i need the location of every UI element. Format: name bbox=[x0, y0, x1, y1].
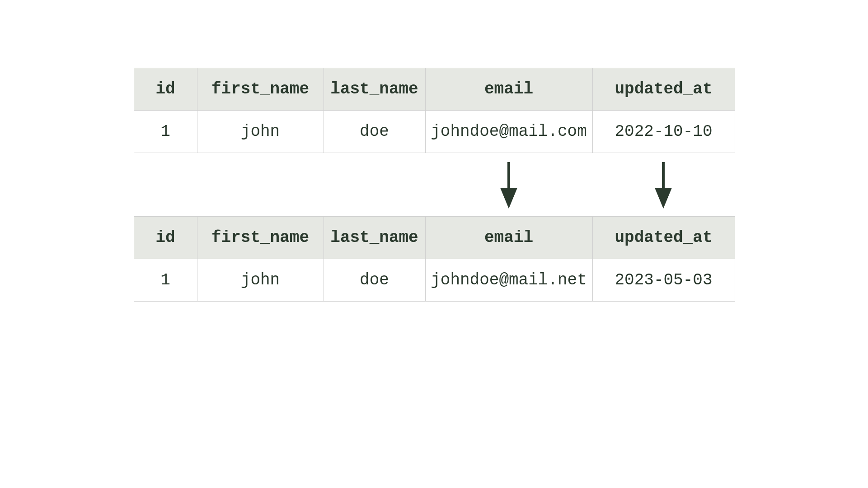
cell-updated-at: 2023-05-03 bbox=[592, 259, 735, 302]
svg-marker-1 bbox=[500, 188, 517, 209]
cell-first-name: john bbox=[197, 259, 324, 302]
col-header-last-name: last_name bbox=[324, 68, 425, 111]
cell-email: johndoe@mail.net bbox=[425, 259, 592, 302]
arrow-down-icon bbox=[497, 160, 520, 209]
col-header-updated-at: updated_at bbox=[592, 68, 735, 111]
svg-marker-3 bbox=[655, 188, 672, 209]
arrow-down-icon bbox=[652, 160, 675, 209]
cell-last-name: doe bbox=[324, 259, 425, 302]
col-header-first-name: first_name bbox=[197, 217, 324, 259]
cell-id: 1 bbox=[134, 111, 197, 153]
table-row: 1 john doe johndoe@mail.net 2023-05-03 bbox=[134, 259, 735, 302]
table-header-row: id first_name last_name email updated_at bbox=[134, 68, 735, 111]
cell-last-name: doe bbox=[324, 111, 425, 153]
col-header-last-name: last_name bbox=[324, 217, 425, 259]
col-header-id: id bbox=[134, 68, 197, 111]
col-header-id: id bbox=[134, 217, 197, 259]
col-header-first-name: first_name bbox=[197, 68, 324, 111]
arrow-email-changed bbox=[425, 160, 592, 209]
table-row: 1 john doe johndoe@mail.com 2022-10-10 bbox=[134, 111, 735, 153]
table-after: id first_name last_name email updated_at… bbox=[134, 216, 735, 302]
col-header-email: email bbox=[425, 68, 592, 111]
arrow-updated-at-changed bbox=[592, 160, 735, 209]
diagram-container: id first_name last_name email updated_at… bbox=[134, 68, 735, 302]
col-header-email: email bbox=[425, 217, 592, 259]
arrow-row bbox=[134, 153, 735, 216]
cell-id: 1 bbox=[134, 259, 197, 302]
cell-email: johndoe@mail.com bbox=[425, 111, 592, 153]
cell-first-name: john bbox=[197, 111, 324, 153]
col-header-updated-at: updated_at bbox=[592, 217, 735, 259]
cell-updated-at: 2022-10-10 bbox=[592, 111, 735, 153]
table-header-row: id first_name last_name email updated_at bbox=[134, 217, 735, 259]
table-before: id first_name last_name email updated_at… bbox=[134, 68, 735, 153]
